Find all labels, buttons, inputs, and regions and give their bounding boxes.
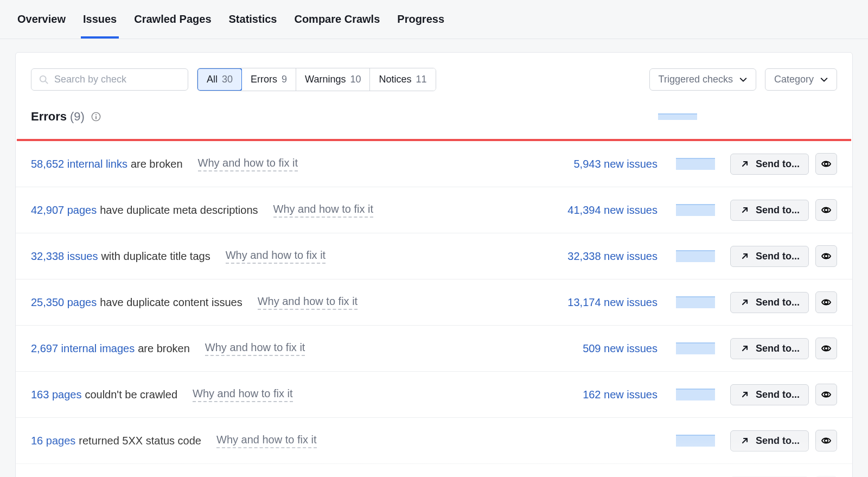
send-label: Send to... xyxy=(756,389,800,400)
issue-text: 163 pagescouldn't be crawled xyxy=(31,389,177,401)
issue-count-link[interactable]: 58,652 internal links xyxy=(31,158,127,170)
why-how-fix-link[interactable]: Why and how to fix it xyxy=(226,249,326,264)
trend-sparkline xyxy=(676,435,715,447)
hide-issue-button[interactable] xyxy=(815,384,837,405)
new-issues-link[interactable]: 509 new issues xyxy=(544,342,658,355)
send-to-button[interactable]: Send to... xyxy=(730,338,809,359)
filter-all[interactable]: All30 xyxy=(197,68,242,91)
issue-description: are broken xyxy=(138,342,190,355)
issue-description: with duplicate title tags xyxy=(101,250,210,263)
filter-count: 9 xyxy=(282,74,287,85)
issue-row: 163 pagescouldn't be crawledWhy and how … xyxy=(16,372,852,418)
trend-sparkline xyxy=(676,204,715,216)
filter-label: Warnings xyxy=(305,74,346,85)
send-label: Send to... xyxy=(756,205,800,216)
send-to-button[interactable]: Send to... xyxy=(730,246,809,267)
new-issues-link[interactable]: 13,174 new issues xyxy=(544,296,658,309)
issue-count-link[interactable]: 16 pages xyxy=(31,435,75,447)
section-count: (9) xyxy=(70,110,85,124)
why-how-fix-link[interactable]: Why and how to fix it xyxy=(216,434,317,448)
send-icon xyxy=(739,435,750,446)
eye-icon xyxy=(821,205,832,215)
send-label: Send to... xyxy=(756,158,800,170)
why-how-fix-link[interactable]: Why and how to fix it xyxy=(198,157,298,171)
tab-statistics[interactable]: Statistics xyxy=(227,0,279,39)
hide-issue-button[interactable] xyxy=(815,338,837,359)
search-input-wrapper[interactable] xyxy=(31,68,188,91)
eye-icon xyxy=(821,435,832,446)
issue-row: 32,338 issueswith duplicate title tagsWh… xyxy=(16,233,852,279)
tab-crawled-pages[interactable]: Crawled Pages xyxy=(132,0,213,39)
issue-text: 25,350 pageshave duplicate content issue… xyxy=(31,296,242,309)
hide-issue-button[interactable] xyxy=(815,153,837,175)
send-icon xyxy=(739,205,750,215)
severity-filter: All30Errors9Warnings10Notices11 xyxy=(197,68,436,91)
send-to-button[interactable]: Send to... xyxy=(730,430,809,451)
eye-icon xyxy=(821,158,832,169)
filters-bar: All30Errors9Warnings10Notices11 Triggere… xyxy=(16,53,852,104)
why-how-fix-link[interactable]: Why and how to fix it xyxy=(273,203,374,218)
trend-sparkline xyxy=(676,250,715,262)
why-how-fix-link[interactable]: Why and how to fix it xyxy=(193,387,293,402)
new-issues-link[interactable]: 162 new issues xyxy=(544,389,658,401)
issue-row: 58,652 internal linksare brokenWhy and h… xyxy=(16,141,852,187)
dropdown-label: Category xyxy=(774,74,814,85)
filter-label: Errors xyxy=(251,74,277,85)
send-to-button[interactable]: Send to... xyxy=(730,154,809,175)
issue-description: have duplicate content issues xyxy=(100,296,242,309)
filter-errors[interactable]: Errors9 xyxy=(242,68,296,91)
new-issues-link[interactable]: 5,943 new issues xyxy=(544,158,658,170)
issues-panel: All30Errors9Warnings10Notices11 Triggere… xyxy=(15,52,853,477)
issue-description: have duplicate meta descriptions xyxy=(100,204,258,217)
issue-count-link[interactable]: 42,907 pages xyxy=(31,204,97,217)
send-label: Send to... xyxy=(756,435,800,447)
trend-header-sparkline xyxy=(658,113,697,120)
issue-text: 58,652 internal linksare broken xyxy=(31,158,183,170)
category-dropdown[interactable]: Category xyxy=(765,68,837,91)
hide-issue-button[interactable] xyxy=(815,291,837,313)
issue-text: 2,697 internal imagesare broken xyxy=(31,342,190,355)
issue-count-link[interactable]: 163 pages xyxy=(31,389,81,401)
chevron-down-icon xyxy=(739,76,747,84)
issue-count-link[interactable]: 32,338 issues xyxy=(31,250,98,263)
issue-row: 2,697 internal imagesare brokenWhy and h… xyxy=(16,326,852,372)
issue-description: are broken xyxy=(131,158,183,170)
tab-overview[interactable]: Overview xyxy=(15,0,68,39)
filter-warnings[interactable]: Warnings10 xyxy=(296,68,370,91)
hide-issue-button[interactable] xyxy=(815,199,837,221)
send-to-button[interactable]: Send to... xyxy=(730,384,809,405)
send-to-button[interactable]: Send to... xyxy=(730,200,809,221)
hide-issue-button[interactable] xyxy=(815,430,837,451)
send-to-button[interactable]: Send to... xyxy=(730,292,809,313)
triggered-checks-dropdown[interactable]: Triggered checks xyxy=(649,68,756,91)
issue-description: returned 5XX status code xyxy=(79,435,201,447)
why-how-fix-link[interactable]: Why and how to fix it xyxy=(205,341,305,356)
filter-label: All xyxy=(207,74,218,85)
issue-text: 32,338 issueswith duplicate title tags xyxy=(31,250,210,263)
dropdown-label: Triggered checks xyxy=(659,74,733,85)
info-icon[interactable] xyxy=(91,112,101,122)
issue-count-link[interactable]: 25,350 pages xyxy=(31,296,97,309)
why-how-fix-link[interactable]: Why and how to fix it xyxy=(258,295,358,310)
issue-description: couldn't be crawled xyxy=(85,389,177,401)
send-icon xyxy=(739,158,750,169)
issue-count-link[interactable]: 2,697 internal images xyxy=(31,342,135,355)
new-issues-link[interactable]: 41,394 new issues xyxy=(544,204,658,217)
hide-issue-button[interactable] xyxy=(815,245,837,267)
send-label: Send to... xyxy=(756,251,800,262)
issue-list: 58,652 internal linksare brokenWhy and h… xyxy=(16,141,852,477)
send-icon xyxy=(739,343,750,354)
search-input[interactable] xyxy=(54,74,180,85)
filter-notices[interactable]: Notices11 xyxy=(370,68,435,91)
send-label: Send to... xyxy=(756,343,800,354)
trend-sparkline xyxy=(676,158,715,170)
tab-issues[interactable]: Issues xyxy=(81,0,119,39)
tab-compare-crawls[interactable]: Compare Crawls xyxy=(292,0,382,39)
filter-count: 30 xyxy=(222,74,233,85)
new-issues-link[interactable]: 32,338 new issues xyxy=(544,250,658,263)
trend-sparkline xyxy=(676,389,715,400)
issue-row: 42,907 pageshave duplicate meta descript… xyxy=(16,187,852,233)
send-icon xyxy=(739,297,750,308)
issue-text: 42,907 pageshave duplicate meta descript… xyxy=(31,204,258,217)
tab-progress[interactable]: Progress xyxy=(395,0,446,39)
